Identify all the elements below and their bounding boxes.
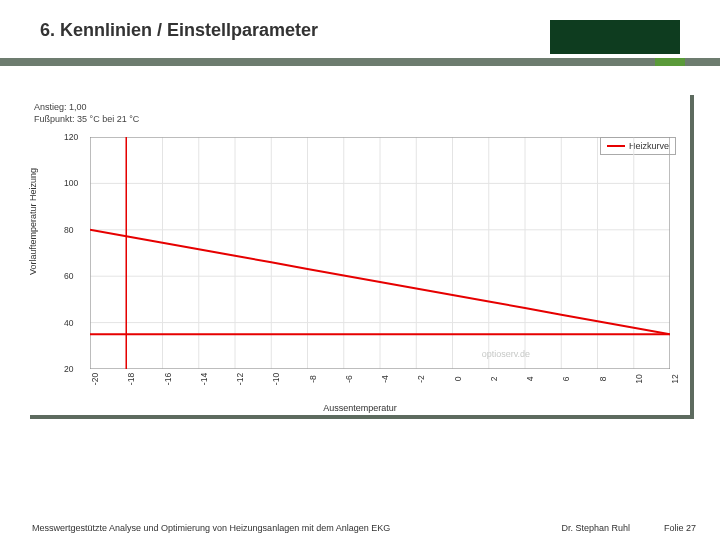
plot-area: 20406080100120-20-18-16-14-12-10-8-6-4-2… [90, 137, 670, 369]
x-tick: -18 [126, 373, 136, 385]
y-tick: 100 [64, 178, 78, 188]
x-tick: 6 [561, 377, 571, 382]
footer-text: Messwertgestützte Analyse und Optimierun… [32, 523, 390, 533]
x-tick: -16 [163, 373, 173, 385]
x-axis-label: Aussentemperatur [323, 403, 397, 413]
chart-container: Anstieg: 1,00 Fußpunkt: 35 °C bei 21 °C … [30, 95, 694, 419]
x-tick: 4 [525, 377, 535, 382]
x-tick: -10 [271, 373, 281, 385]
divider-bar [0, 58, 720, 66]
footer-page: Folie 27 [664, 523, 696, 533]
logo-block [550, 20, 680, 54]
y-axis-label: Vorlauftemperatur Heizung [28, 168, 38, 275]
page-title: 6. Kennlinien / Einstellparameter [40, 20, 318, 41]
x-tick: -2 [416, 375, 426, 383]
y-tick: 80 [64, 225, 73, 235]
x-tick: -6 [344, 375, 354, 383]
x-tick: 8 [598, 377, 608, 382]
footer-author: Dr. Stephan Ruhl [561, 523, 630, 533]
y-tick: 40 [64, 318, 73, 328]
x-tick: 10 [634, 374, 644, 383]
x-tick: -4 [380, 375, 390, 383]
y-tick: 20 [64, 364, 73, 374]
y-tick: 120 [64, 132, 78, 142]
footer: Messwertgestützte Analyse und Optimierun… [0, 516, 720, 540]
meta-line-1: Anstieg: 1,00 [34, 101, 139, 113]
x-tick: 2 [489, 377, 499, 382]
x-tick: 0 [453, 377, 463, 382]
x-tick: 12 [670, 374, 680, 383]
x-tick: -8 [308, 375, 318, 383]
x-tick: -20 [90, 373, 100, 385]
x-tick: -12 [235, 373, 245, 385]
x-tick: -14 [199, 373, 209, 385]
watermark: optioserv.de [482, 349, 530, 359]
y-tick: 60 [64, 271, 73, 281]
meta-line-2: Fußpunkt: 35 °C bei 21 °C [34, 113, 139, 125]
chart-meta: Anstieg: 1,00 Fußpunkt: 35 °C bei 21 °C [34, 101, 139, 125]
